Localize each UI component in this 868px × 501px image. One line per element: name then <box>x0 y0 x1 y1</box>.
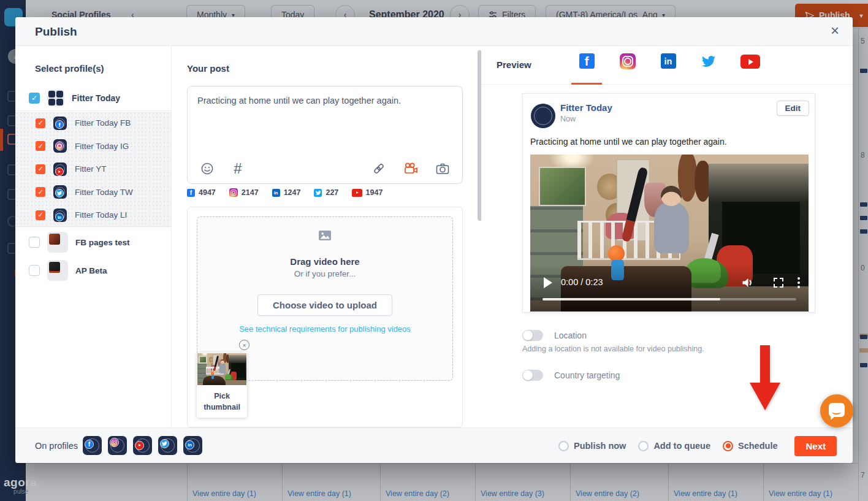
profile-checkbox[interactable] <box>29 265 40 276</box>
instagram-badge-icon <box>56 142 63 150</box>
profile-row[interactable]: ✓ Fitter Today TW <box>15 181 171 204</box>
country-targeting-toggle[interactable] <box>522 370 543 381</box>
profile-checkbox[interactable]: ✓ <box>36 164 45 174</box>
char-counters: 4947 2147 1247 227 1947 <box>187 188 383 197</box>
play-icon[interactable] <box>544 277 552 288</box>
schedule-option[interactable]: Schedule <box>723 441 777 451</box>
profile-checkbox[interactable]: ✓ <box>36 210 45 220</box>
avatar <box>183 436 202 455</box>
group-avatar <box>47 90 64 107</box>
thumbnail-card[interactable]: × Pick thumbnail <box>197 353 247 418</box>
annotation-arrow-down <box>750 345 780 410</box>
radio-icon[interactable] <box>638 441 649 451</box>
chat-bubble-icon <box>829 403 845 417</box>
facebook-badge-icon <box>56 121 63 128</box>
active-tab-indicator <box>571 83 602 85</box>
profiles-panel: Select profile(s) ✓ Fitter Today ✓ Fitte… <box>15 46 172 427</box>
profile-row[interactable]: FB pages test <box>15 231 171 254</box>
counter-value: 227 <box>326 188 338 197</box>
instagram-icon <box>229 188 238 197</box>
technical-requirements-link[interactable]: See technical requirements for publishin… <box>239 324 411 334</box>
location-toggle[interactable] <box>522 330 543 341</box>
tab-youtube[interactable] <box>735 53 766 78</box>
counter-value: 1947 <box>366 188 383 197</box>
next-button[interactable]: Next <box>794 436 837 456</box>
twitter-icon <box>701 55 717 68</box>
add-to-queue-option[interactable]: Add to queue <box>638 441 710 451</box>
group-checkbox[interactable]: ✓ <box>29 93 40 104</box>
video-progress-bar[interactable] <box>542 298 796 300</box>
fullscreen-icon[interactable] <box>773 277 784 291</box>
tab-instagram[interactable] <box>612 53 643 78</box>
linkedin-badge-icon <box>186 441 194 449</box>
drag-video-label: Drag video here <box>290 256 359 267</box>
youtube-icon <box>352 189 362 197</box>
link-icon[interactable] <box>370 160 387 177</box>
profile-checkbox[interactable]: ✓ <box>36 118 45 128</box>
tab-twitter[interactable] <box>693 53 724 78</box>
youtube-badge-icon <box>56 168 63 175</box>
image-placeholder-icon <box>319 231 331 243</box>
profile-row[interactable]: ✓ Fitter Today LI <box>15 204 171 227</box>
video-controls: 0:00 / 0:23 <box>530 272 809 312</box>
emoji-icon[interactable] <box>199 160 216 177</box>
avatar <box>53 117 67 130</box>
profiles-heading: Select profile(s) <box>35 63 104 74</box>
profile-label: FB pages test <box>75 238 130 247</box>
facebook-badge-icon <box>85 440 93 448</box>
hashtag-icon[interactable]: # <box>229 160 246 177</box>
option-label: Add to queue <box>653 441 710 451</box>
modal-title: Publish <box>35 17 77 46</box>
instagram-counter: 2147 <box>229 188 259 197</box>
radio-selected-icon[interactable] <box>723 441 733 451</box>
photo-camera-icon[interactable] <box>434 160 451 177</box>
tab-linkedin[interactable] <box>653 53 683 78</box>
profile-row[interactable]: AP Beta <box>15 259 171 282</box>
tab-facebook[interactable] <box>571 53 602 78</box>
profile-label: Fitter Today TW <box>75 188 133 197</box>
profile-checkbox[interactable] <box>29 237 40 248</box>
profile-row[interactable]: ✓ Fitter YT <box>15 158 171 181</box>
check-icon: ✓ <box>31 94 37 102</box>
profile-label: Fitter Today IG <box>75 142 129 151</box>
preview-heading: Preview <box>497 59 531 70</box>
modal-header: Publish × <box>15 17 853 46</box>
youtube-icon <box>740 55 760 69</box>
thumbnail-image <box>197 353 246 385</box>
pick-thumbnail-label: Pick thumbnail <box>197 391 247 413</box>
profile-row[interactable]: ✓ Fitter Today IG <box>15 135 171 158</box>
on-profiles-label: On profiles <box>35 428 78 464</box>
facebook-icon <box>187 189 195 197</box>
composer-toolbar: # <box>199 160 451 177</box>
check-icon: ✓ <box>37 188 43 196</box>
kebab-menu-icon[interactable] <box>798 277 800 290</box>
avatar <box>83 436 102 455</box>
close-icon[interactable]: × <box>831 22 839 39</box>
video-camera-icon[interactable] <box>402 160 419 177</box>
chat-widget-button[interactable] <box>820 394 853 427</box>
publish-now-option[interactable]: Publish now <box>558 441 626 451</box>
profile-label: Fitter YT <box>75 164 107 174</box>
avatar <box>47 260 68 281</box>
post-textarea[interactable]: Practicing at home until we can play tog… <box>197 94 452 107</box>
video-player[interactable]: 0:00 / 0:23 <box>530 155 809 312</box>
profile-group-row[interactable]: ✓ Fitter Today <box>15 86 171 111</box>
option-label: Schedule <box>738 441 777 451</box>
radio-icon[interactable] <box>558 441 569 451</box>
volume-icon[interactable] <box>741 277 755 291</box>
check-icon: ✓ <box>37 211 43 219</box>
remove-thumbnail-icon[interactable]: × <box>239 340 249 350</box>
choose-video-button[interactable]: Choose video to upload <box>257 294 392 316</box>
avatar <box>53 208 67 222</box>
edit-button[interactable]: Edit <box>777 101 810 116</box>
profile-label: Fitter Today FB <box>75 118 131 128</box>
youtube-badge-icon <box>135 442 143 449</box>
youtube-counter: 1947 <box>352 188 383 197</box>
location-note: Adding a location is not available for v… <box>522 345 704 353</box>
profile-checkbox[interactable]: ✓ <box>36 141 45 151</box>
preview-header: Preview <box>481 46 853 85</box>
avatar <box>53 163 67 176</box>
country-targeting-label: Country targeting <box>554 370 620 380</box>
profile-checkbox[interactable]: ✓ <box>36 187 45 197</box>
profile-row[interactable]: ✓ Fitter Today FB <box>15 112 171 135</box>
